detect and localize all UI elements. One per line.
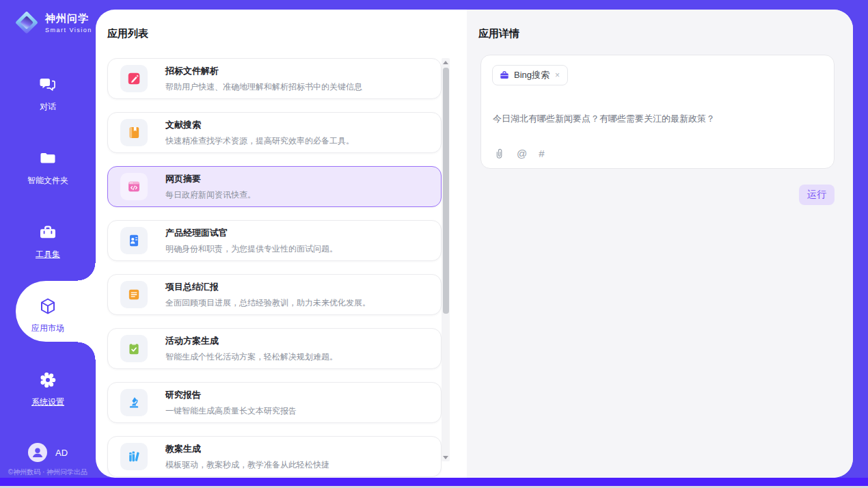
input-toolbar: @ #: [493, 147, 545, 159]
bubble-fillet-bottom: [78, 342, 96, 360]
app-title: 招标文件解析: [165, 65, 362, 77]
sidebar: 神州问学 Smart Vision 对话 智能文件夹 工具集 应用市场 系统设置…: [0, 0, 96, 478]
sidebar-item-toolbox[interactable]: 工具集: [0, 223, 96, 260]
lesson-icon: [120, 443, 148, 470]
app-detail-title: 应用详情: [478, 27, 519, 40]
app-list: 招标文件解析 帮助用户快速、准确地理解和解析招标书中的关键信息 文献搜索 快速精…: [107, 58, 442, 478]
app-desc: 快速精准查找学术资源，提高研究效率的必备工具。: [165, 135, 354, 147]
app-title: 网页摘要: [165, 173, 256, 185]
hash-icon[interactable]: #: [539, 148, 544, 159]
app-desc: 明确身份和职责，为您提供专业性的面试问题。: [165, 243, 338, 255]
app-title: 教案生成: [165, 443, 329, 455]
run-button[interactable]: 运行: [799, 185, 835, 205]
app-title: 活动方案生成: [165, 335, 338, 347]
sidebar-item-label: 对话: [0, 101, 96, 113]
tool-chip-bing-search[interactable]: Bing搜索 ×: [492, 65, 568, 85]
app-desc: 模板驱动，教案秒成，教学准备从此轻松快捷: [165, 459, 329, 471]
book-icon: [120, 119, 148, 146]
sidebar-footer: ©神州数码 · 神州问学出品: [0, 467, 96, 477]
scroll-up-arrow-icon[interactable]: [442, 58, 450, 66]
prompt-card: Bing搜索 × 今日湖北有哪些新闻要点？有哪些需要关江的最新政策？ @ #: [480, 55, 835, 169]
list-item[interactable]: 产品经理面试官 明确身份和职责，为您提供专业性的面试问题。: [107, 220, 442, 261]
scroll-down-arrow-icon[interactable]: [442, 453, 450, 461]
chat-icon: [38, 75, 57, 94]
summary-icon: [120, 281, 148, 308]
scrollbar-thumb[interactable]: [443, 68, 449, 314]
list-item[interactable]: 文献搜索 快速精准查找学术资源，提高研究效率的必备工具。: [107, 112, 442, 153]
attachment-icon[interactable]: [493, 147, 505, 159]
cube-icon: [38, 297, 57, 316]
query-input[interactable]: 今日湖北有哪些新闻要点？有哪些需要关江的最新政策？: [493, 113, 823, 125]
list-item[interactable]: 项目总结汇报 全面回顾项目进展，总结经验教训，助力未来优化发展。: [107, 274, 442, 315]
mention-icon[interactable]: @: [517, 148, 527, 159]
person-icon: [28, 443, 47, 462]
sidebar-item-label: 工具集: [0, 249, 96, 260]
app-desc: 一键智能生成高质量长文本研究报告: [165, 405, 297, 417]
webpage-icon: [120, 173, 148, 200]
user-name: AD: [55, 448, 68, 458]
sidebar-item-label: 应用市场: [0, 323, 96, 334]
app-list-title: 应用列表: [107, 27, 148, 40]
edit-icon: [120, 65, 148, 92]
app-desc: 每日政府新闻资讯快查。: [165, 189, 256, 201]
sidebar-item-folder[interactable]: 智能文件夹: [0, 149, 96, 187]
main-content: 应用列表 招标文件解析 帮助用户快速、准确地理解和解析招标书中的关键信息 文献搜…: [96, 10, 853, 478]
app-list-scrollbar[interactable]: [442, 58, 450, 461]
list-item[interactable]: 研究报告 一键智能生成高质量长文本研究报告: [107, 382, 442, 423]
brand: 神州问学 Smart Vision: [14, 10, 92, 36]
bottom-bar: [0, 478, 868, 486]
app-desc: 智能生成个性化活动方案，轻松解决规划难题。: [165, 351, 338, 363]
list-item[interactable]: 网页摘要 每日政府新闻资讯快查。: [107, 166, 442, 207]
sidebar-item-chat[interactable]: 对话: [0, 75, 96, 113]
list-item[interactable]: 招标文件解析 帮助用户快速、准确地理解和解析招标书中的关键信息: [107, 58, 442, 99]
research-icon: [120, 389, 148, 416]
user-row[interactable]: AD: [0, 443, 96, 462]
avatar[interactable]: [28, 443, 47, 462]
sidebar-item-label: 系统设置: [0, 396, 96, 408]
tool-chip-label: Bing搜索: [514, 69, 550, 81]
briefcase-icon: [500, 70, 509, 80]
list-item[interactable]: 活动方案生成 智能生成个性化活动方案，轻松解决规划难题。: [107, 328, 442, 369]
list-item[interactable]: 教案生成 模板驱动，教案秒成，教学准备从此轻松快捷: [107, 436, 442, 477]
app-title: 项目总结汇报: [165, 281, 370, 293]
gear-icon: [38, 370, 57, 390]
sidebar-item-label: 智能文件夹: [0, 175, 96, 187]
brand-subtitle: Smart Vision: [45, 27, 92, 33]
app-title: 研究报告: [165, 389, 297, 401]
bubble-fillet-top: [78, 263, 96, 281]
app-title: 产品经理面试官: [165, 227, 338, 239]
sidebar-item-gear[interactable]: 系统设置: [0, 370, 96, 408]
brand-name: 神州问学: [45, 12, 92, 25]
plan-icon: [120, 335, 148, 362]
toolbox-icon: [38, 223, 57, 242]
folder-icon: [38, 149, 57, 168]
chip-close-icon[interactable]: ×: [554, 70, 560, 80]
sidebar-item-cube[interactable]: 应用市场: [0, 297, 96, 334]
app-desc: 全面回顾项目进展，总结经验教训，助力未来优化发展。: [165, 297, 370, 309]
interviewer-icon: [120, 227, 148, 254]
brand-logo-icon: [14, 10, 40, 36]
app-title: 文献搜索: [165, 119, 354, 131]
app-desc: 帮助用户快速、准确地理解和解析招标书中的关键信息: [165, 81, 362, 93]
app-detail-panel: 应用详情 Bing搜索 × 今日湖北有哪些新闻要点？有哪些需要关江的最新政策？ …: [467, 10, 853, 478]
